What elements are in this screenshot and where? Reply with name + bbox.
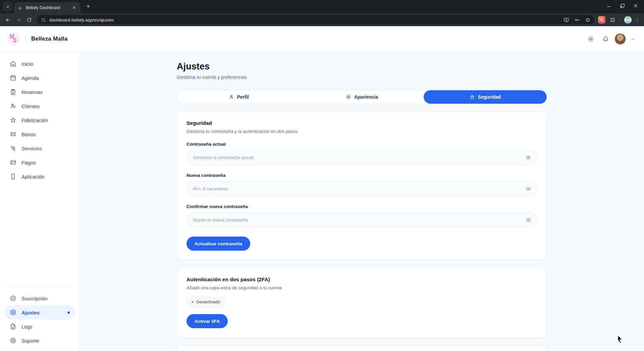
sidebar-item-fidelizacion[interactable]: Fidelización bbox=[4, 113, 75, 127]
minimize-icon bbox=[607, 4, 611, 8]
sidebar-item-pagos[interactable]: Pagos bbox=[4, 155, 75, 169]
forward-icon bbox=[16, 17, 21, 23]
confirm-password-input[interactable] bbox=[186, 212, 537, 228]
sidebar-item-label: Servicios bbox=[21, 146, 42, 151]
confirm-password-label: Confirmar nueva contraseña bbox=[186, 204, 537, 209]
app-header: M S Belleza Malla bbox=[0, 26, 644, 52]
eye-icon bbox=[526, 155, 531, 160]
extensions-button[interactable] bbox=[607, 15, 618, 25]
new-tab-button[interactable]: + bbox=[84, 2, 93, 11]
brand-separator bbox=[25, 35, 26, 43]
sidebar-spacer bbox=[4, 184, 75, 284]
sidebar-item-logs[interactable]: Logs bbox=[4, 319, 75, 334]
sidebar-item-label: Ajustes bbox=[21, 310, 40, 315]
profile-menu-button[interactable] bbox=[629, 35, 637, 43]
browser-menu-button[interactable]: ⋮ bbox=[633, 16, 641, 24]
url-text[interactable]: dashboard.bellafy.app/es/ajustes bbox=[49, 17, 558, 22]
clipboard-icon bbox=[10, 89, 16, 95]
sidebar-item-clientes[interactable]: Clientes bbox=[4, 99, 75, 113]
bookmark-star-icon bbox=[585, 17, 591, 23]
minimize-button[interactable] bbox=[604, 1, 614, 10]
back-button[interactable] bbox=[3, 15, 13, 25]
tab-search-button[interactable] bbox=[3, 2, 13, 12]
sidebar-item-label: Pagos bbox=[21, 160, 36, 165]
sidebar-item-bonos[interactable]: Bonos bbox=[4, 127, 75, 141]
status-badge: Desactivado bbox=[186, 297, 225, 307]
sidebar-item-label: Clientes bbox=[21, 103, 40, 109]
url-bar[interactable]: dashboard.bellafy.app/es/ajustes bbox=[37, 15, 594, 24]
current-password-input[interactable] bbox=[186, 150, 537, 165]
sidebar-item-agenda[interactable]: Agenda bbox=[4, 71, 75, 85]
sidebar-item-inicio[interactable]: Inicio bbox=[4, 57, 75, 71]
sidebar-item-reservas[interactable]: Reservas bbox=[4, 85, 75, 99]
sidebar-item-label: Bonos bbox=[21, 132, 36, 137]
tab-seguridad[interactable]: Seguridad bbox=[424, 90, 547, 104]
update-password-button[interactable]: Actualizar contraseña bbox=[186, 237, 250, 251]
toggle-password-visibility-button[interactable] bbox=[525, 185, 532, 193]
sidebar-item-label: Inicio bbox=[21, 61, 33, 67]
user-avatar[interactable] bbox=[614, 33, 626, 45]
bookmark-button[interactable] bbox=[583, 15, 592, 24]
status-badge-label: Desactivado bbox=[196, 299, 220, 304]
new-password-input[interactable] bbox=[186, 181, 537, 196]
card-title: Seguridad bbox=[186, 120, 537, 126]
sparkles-icon bbox=[10, 145, 16, 152]
current-password-wrap bbox=[186, 150, 537, 165]
card-description: Añade una capa extra de seguridad a tu c… bbox=[186, 285, 537, 290]
chevron-down-icon bbox=[6, 5, 10, 9]
close-window-button[interactable] bbox=[631, 1, 641, 10]
delete-account-card: Eliminar cuenta Esta acción es permanent… bbox=[177, 345, 547, 351]
sidebar-item-label: Suscripción bbox=[21, 296, 48, 301]
sidebar-item-label: Aplicación bbox=[21, 174, 44, 180]
magnifier-icon bbox=[600, 18, 604, 22]
tab-perfil[interactable]: Perfil bbox=[177, 90, 300, 104]
forward-button[interactable] bbox=[13, 15, 23, 25]
sun-icon bbox=[346, 94, 351, 100]
notification-dot bbox=[67, 311, 70, 314]
sidebar-divider bbox=[5, 287, 74, 287]
sidebar-item-ajustes[interactable]: Ajustes bbox=[4, 305, 75, 319]
back-icon bbox=[5, 17, 11, 23]
activate-2fa-button[interactable]: Activar 2FA bbox=[186, 314, 228, 328]
eye-icon bbox=[526, 217, 531, 223]
sidebar-item-label: Agenda bbox=[21, 75, 39, 81]
site-info-icon[interactable] bbox=[41, 17, 46, 22]
user-icon bbox=[229, 94, 234, 100]
tab-apariencia[interactable]: Apariencia bbox=[300, 90, 423, 104]
brand-logo[interactable]: M S bbox=[7, 33, 20, 45]
users-icon bbox=[10, 103, 16, 109]
browser-profile-avatar[interactable] bbox=[624, 16, 632, 24]
sidebar-item-suscripcion[interactable]: Suscripción bbox=[4, 291, 75, 305]
notifications-button[interactable] bbox=[600, 33, 611, 45]
eye-icon bbox=[526, 186, 531, 192]
sidebar-item-aplicacion[interactable]: Aplicación bbox=[4, 169, 75, 184]
sidebar-item-servicios[interactable]: Servicios bbox=[4, 141, 75, 155]
sidebar-item-label: Logs bbox=[21, 324, 33, 330]
logo-letter-s: S bbox=[13, 37, 17, 44]
sidebar-item-soporte[interactable]: Soporte bbox=[4, 334, 75, 348]
card-title: Autenticación en dos pasos (2FA) bbox=[186, 277, 537, 283]
monitor-download-icon bbox=[564, 17, 569, 23]
check-circle-icon bbox=[10, 295, 16, 302]
twofa-card: Autenticación en dos pasos (2FA) Añade u… bbox=[177, 268, 547, 338]
tab-close-icon[interactable]: ✕ bbox=[71, 5, 77, 11]
extension-shortcut-icon[interactable] bbox=[598, 16, 605, 23]
install-app-button[interactable] bbox=[562, 15, 571, 24]
restore-button[interactable] bbox=[617, 1, 627, 10]
browser-tab-title: Bellafy Dashboard bbox=[26, 5, 68, 10]
page-subtitle: Gestiona tu cuenta y preferencias bbox=[177, 74, 547, 80]
sidebar-item-label: Soporte bbox=[21, 338, 39, 344]
toggle-password-visibility-button[interactable] bbox=[525, 216, 532, 224]
theme-toggle-button[interactable] bbox=[585, 33, 596, 45]
main-content: Ajustes Gestiona tu cuenta y preferencia… bbox=[80, 52, 644, 351]
passwords-button[interactable] bbox=[573, 15, 581, 24]
sidebar-item-label: Fidelización bbox=[21, 117, 48, 123]
tab-label: Perfil bbox=[237, 94, 249, 100]
sidebar-item-label: Reservas bbox=[21, 89, 43, 95]
reload-button[interactable] bbox=[24, 15, 34, 25]
reload-icon bbox=[26, 17, 32, 22]
puzzle-icon bbox=[610, 17, 615, 23]
browser-tab[interactable]: o Bellafy Dashboard ✕ bbox=[14, 2, 80, 13]
toggle-password-visibility-button[interactable] bbox=[525, 154, 532, 161]
status-dot-icon bbox=[192, 301, 194, 303]
